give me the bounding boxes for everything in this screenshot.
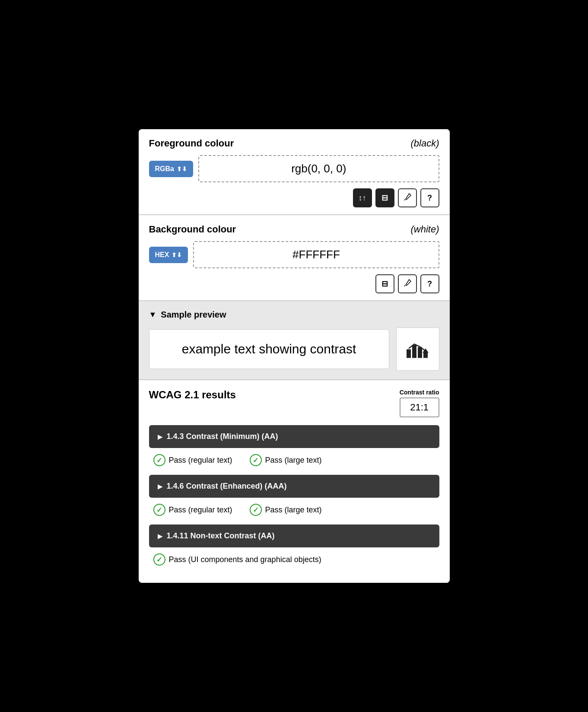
bg-help-button[interactable]: ? [420,274,439,293]
contrast-ratio-value: 21:1 [400,397,439,417]
bg-color-input[interactable] [193,241,439,268]
fg-format-label: RGBa [155,165,174,173]
outer-container: Foreground colour (black) RGBa ⬆⬇ ↕↑ ⊟ [130,121,458,591]
help-icon: ? [427,194,432,203]
criterion-3-arrow: ▶ [158,533,162,540]
fg-toolbar: ↕↑ ⊟ ? [149,188,439,207]
bg-toolbar: ⊟ ? [149,274,439,293]
svg-rect-1 [412,345,416,358]
preview-header: ▼ Sample preview [149,310,439,320]
criterion-2-label: 1.4.6 Contrast (Enhanced) (AAA) [167,482,287,491]
preview-chart-box [396,327,439,371]
criterion-2-arrow: ▶ [158,483,162,490]
bg-title: Background colour [149,224,236,235]
wcag-section: WCAG 2.1 results Contrast ratio 21:1 ▶ 1… [139,380,450,583]
bg-help-icon: ? [427,280,432,289]
pass-icon-5: ✓ [153,553,165,566]
fg-header: Foreground colour (black) [149,138,439,149]
main-card: Foreground colour (black) RGBa ⬆⬇ ↕↑ ⊟ [139,129,450,583]
contrast-ratio-box: Contrast ratio 21:1 [400,389,439,417]
criterion-2-header[interactable]: ▶ 1.4.6 Contrast (Enhanced) (AAA) [149,475,439,498]
criterion-3-header[interactable]: ▶ 1.4.11 Non-text Contrast (AA) [149,524,439,547]
wcag-title: WCAG 2.1 results [149,389,236,401]
preview-triangle-icon: ▼ [149,310,157,319]
pass-icon-2: ✓ [250,454,262,466]
svg-rect-0 [407,350,411,358]
bg-color-name: (white) [410,224,439,235]
criterion-3-result-1: ✓ Pass (UI components and graphical obje… [153,553,321,566]
bg-format-label: HEX [155,251,169,259]
background-section: Background colour (white) HEX ⬆⬇ ⊟ [139,215,450,301]
criterion-2-result-2: ✓ Pass (large text) [250,504,322,516]
fg-eyedropper-button[interactable] [398,188,417,207]
criterion-2-result-1: ✓ Pass (regular text) [153,504,232,516]
fg-help-button[interactable]: ? [420,188,439,207]
preview-section: ▼ Sample preview example text showing co… [139,301,450,380]
criterion-2-result-2-label: Pass (large text) [265,505,322,515]
criterion-3-results: ✓ Pass (UI components and graphical obje… [149,553,439,568]
criterion-1-block: ▶ 1.4.3 Contrast (Minimum) (AA) ✓ Pass (… [149,425,439,469]
criterion-1-header[interactable]: ▶ 1.4.3 Contrast (Minimum) (AA) [149,425,439,448]
pass-icon-4: ✓ [250,504,262,516]
criterion-2-results: ✓ Pass (regular text) ✓ Pass (large text… [149,504,439,518]
chart-icon [405,335,431,363]
bg-input-row: HEX ⬆⬇ [149,241,439,268]
bg-sliders-button[interactable]: ⊟ [375,274,394,293]
fg-format-select[interactable]: RGBa ⬆⬇ [149,161,193,177]
contrast-ratio-label: Contrast ratio [400,389,439,396]
fg-color-input[interactable] [198,155,439,182]
bg-sliders-icon: ⊟ [381,279,388,289]
criterion-1-arrow: ▶ [158,433,162,440]
sort-icon: ↕↑ [359,194,366,203]
pass-icon-1: ✓ [153,454,165,466]
criterion-1-result-1-label: Pass (regular text) [169,456,232,465]
criterion-1-result-2: ✓ Pass (large text) [250,454,322,466]
criterion-1-result-1: ✓ Pass (regular text) [153,454,232,466]
fg-input-row: RGBa ⬆⬇ [149,155,439,182]
bg-header: Background colour (white) [149,224,439,235]
sliders-icon: ⊟ [381,193,388,203]
fg-sort-button[interactable]: ↕↑ [353,188,372,207]
bg-format-arrow: ⬆⬇ [172,251,182,258]
svg-rect-2 [418,347,422,358]
criterion-2-result-1-label: Pass (regular text) [169,505,232,515]
preview-title: Sample preview [161,310,226,320]
eyedropper-icon [403,192,412,204]
bg-format-select[interactable]: HEX ⬆⬇ [149,247,188,263]
criterion-3-block: ▶ 1.4.11 Non-text Contrast (AA) ✓ Pass (… [149,524,439,568]
preview-content: example text showing contrast [149,327,439,371]
preview-sample-text: example text showing contrast [182,342,356,356]
pass-icon-3: ✓ [153,504,165,516]
criterion-3-label: 1.4.11 Non-text Contrast (AA) [167,531,275,540]
fg-format-arrow: ⬆⬇ [177,165,187,172]
foreground-section: Foreground colour (black) RGBa ⬆⬇ ↕↑ ⊟ [139,129,450,215]
criterion-3-result-1-label: Pass (UI components and graphical object… [169,555,321,564]
criterion-1-result-2-label: Pass (large text) [265,456,322,465]
bg-eyedropper-button[interactable] [398,274,417,293]
preview-text-box: example text showing contrast [149,329,389,369]
criterion-1-results: ✓ Pass (regular text) ✓ Pass (large text… [149,454,439,469]
criterion-1-label: 1.4.3 Contrast (Minimum) (AA) [167,432,278,441]
fg-color-name: (black) [410,138,439,149]
bg-eyedropper-icon [403,278,412,290]
fg-title: Foreground colour [149,138,234,149]
fg-sliders-button[interactable]: ⊟ [375,188,394,207]
criterion-2-block: ▶ 1.4.6 Contrast (Enhanced) (AAA) ✓ Pass… [149,475,439,518]
wcag-header: WCAG 2.1 results Contrast ratio 21:1 [149,389,439,417]
